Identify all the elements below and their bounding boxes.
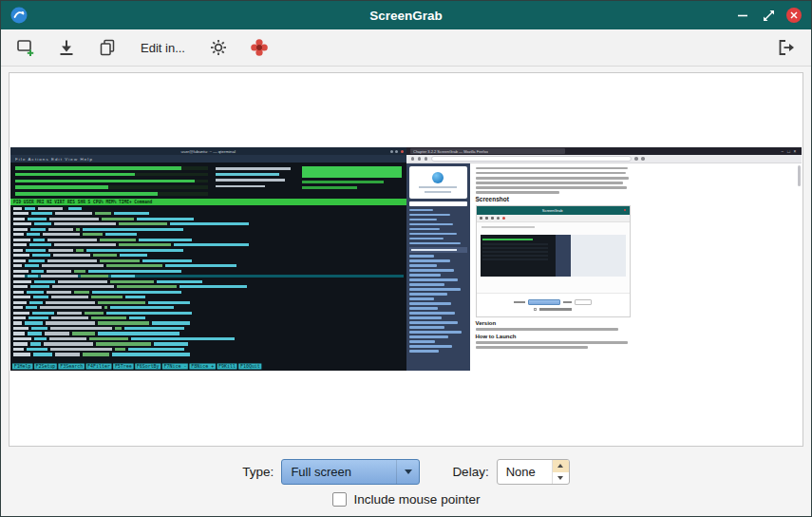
copy-button[interactable]	[95, 35, 120, 60]
preview-docs-sidebar	[406, 163, 470, 371]
htop-process-row	[13, 212, 404, 215]
htop-fnkey-chip: F2Setup	[34, 363, 57, 369]
htop-fnkey-chip: F5Tree	[113, 363, 133, 369]
screengrab-app-icon	[249, 37, 270, 58]
sidebar-link-bar	[409, 326, 445, 328]
mini-screengrab-controls	[477, 294, 630, 316]
htop-fnkey-chip: F10Quit	[238, 363, 261, 369]
preview-firefox-scrollbar	[798, 165, 801, 186]
htop-process-row	[13, 280, 404, 283]
htop-cpu-meters	[15, 166, 208, 196]
htop-fnbar-inner: F1HelpF2SetupF3SearchF4FilterF5TreeF6Sor…	[12, 363, 261, 369]
include-mouse-pointer-checkbox[interactable]	[332, 492, 347, 507]
type-combobox-value: Full screen	[282, 465, 396, 479]
about-app-button[interactable]	[247, 35, 272, 60]
sidebar-link-bar	[409, 288, 462, 290]
preview-firefox-urlbar	[431, 156, 632, 162]
htop-process-row	[13, 306, 404, 309]
preview-terminal-titlebar: user@lubuntu: ~ — qterminal	[10, 147, 406, 155]
preview-panel: user@lubuntu: ~ — qterminal File Actions…	[9, 72, 803, 447]
sidebar-link-bar	[409, 264, 438, 266]
edit-in-button[interactable]: Edit in...	[136, 35, 190, 60]
sidebar-current-page-link	[409, 247, 467, 253]
htop-fnkey-chip: F1Help	[12, 363, 32, 369]
toolbar: Edit in...	[1, 29, 811, 67]
lubuntu-logo-icon	[10, 7, 28, 24]
maximize-icon	[763, 10, 775, 22]
htop-fnkey-chip: F3Search	[59, 363, 85, 369]
close-button[interactable]	[786, 8, 802, 23]
preview-firefox-tabbar: Chapter 3.2.2 ScreenGrab — Mozilla Firef…	[406, 147, 803, 155]
htop-header-row: PID USER PRI NI VIRT RES SHR S CPU% MEM%…	[10, 199, 406, 205]
sidebar-link-bar	[409, 238, 444, 239]
preview-right-monitor: Chapter 3.2.2 ScreenGrab — Mozilla Firef…	[406, 147, 803, 371]
new-screenshot-icon	[16, 38, 35, 57]
htop-process-row	[13, 275, 404, 278]
htop-process-row	[13, 342, 404, 345]
htop-process-row	[13, 218, 404, 220]
preview-firefox-toolbar	[406, 155, 803, 163]
sidebar-link-bar	[409, 316, 442, 318]
sidebar-link-bar	[409, 293, 448, 295]
sidebar-link-bar	[409, 297, 435, 299]
htop-process-row	[13, 300, 404, 303]
copy-icon	[98, 38, 117, 57]
preview-docs-content: Screenshot ScreenGrab	[470, 163, 803, 371]
text-line-bar	[476, 191, 559, 193]
screengrab-window: ScreenGrab	[0, 0, 812, 517]
sidebar-link-bar	[409, 223, 454, 225]
htop-fnkey-chip: F4Filter	[85, 363, 111, 369]
back-icon	[411, 157, 415, 161]
titlebar[interactable]: ScreenGrab	[1, 1, 811, 29]
text-line-bar	[476, 186, 627, 188]
capture-controls: Type: Full screen Delay: None Include mo…	[1, 451, 811, 516]
htop-fnkey-chip: F9Kill	[217, 363, 236, 369]
mini-screengrab-preview	[477, 222, 630, 294]
forward-icon	[418, 157, 422, 161]
delay-spinbox[interactable]: None	[497, 459, 570, 485]
type-combobox[interactable]: Full screen	[281, 459, 420, 485]
text-line-bar	[476, 172, 626, 174]
sidebar-link-bar	[409, 302, 452, 304]
lubuntu-logo-small-icon	[432, 172, 444, 183]
save-button[interactable]	[54, 35, 79, 60]
delay-spin-arrows	[552, 460, 569, 484]
htop-fnkey-chip: F6SortBy	[135, 363, 161, 369]
delay-decrement-button[interactable]	[553, 472, 569, 485]
htop-process-row	[13, 270, 404, 273]
htop-process-row	[13, 243, 404, 246]
sidebar-link-bar	[409, 255, 434, 257]
sidebar-link-bar	[409, 307, 439, 309]
delay-spinbox-value: None	[498, 460, 552, 484]
quit-button[interactable]	[774, 35, 799, 60]
sidebar-link-bar	[409, 209, 434, 211]
extension-icon	[634, 157, 638, 161]
minimize-icon	[737, 10, 748, 21]
htop-process-row	[13, 239, 404, 241]
htop-process-row	[13, 285, 404, 288]
include-mouse-pointer-label: Include mouse pointer	[354, 492, 481, 507]
sidebar-link-bar	[409, 214, 450, 216]
htop-process-row	[13, 254, 404, 257]
minimize-button[interactable]	[735, 8, 750, 23]
delay-increment-button[interactable]	[553, 460, 569, 472]
htop-process-row	[13, 311, 404, 314]
sidebar-link-bar	[409, 335, 448, 337]
preview-left-monitor: user@lubuntu: ~ — qterminal File Actions…	[10, 147, 406, 371]
main-area: user@lubuntu: ~ — qterminal File Actions…	[1, 67, 811, 451]
maximize-button[interactable]	[761, 8, 776, 23]
sidebar-link-bar	[409, 340, 435, 342]
new-screenshot-button[interactable]	[13, 35, 38, 60]
preview-heading-version: Version	[476, 320, 635, 326]
preview-firefox-content-area: Screenshot ScreenGrab	[406, 163, 803, 371]
sidebar-link-bar	[409, 350, 439, 352]
htop-process-row	[13, 290, 404, 293]
sidebar-link-bar	[409, 331, 463, 333]
save-download-icon	[57, 38, 76, 57]
settings-button[interactable]	[206, 35, 231, 60]
htop-fnkey-chip: F8Nice +	[190, 363, 216, 369]
preview-docs-search-box	[409, 201, 467, 206]
sidebar-link-bar	[409, 283, 444, 285]
preview-docs-logo-card	[409, 166, 467, 199]
htop-process-row	[13, 316, 404, 319]
